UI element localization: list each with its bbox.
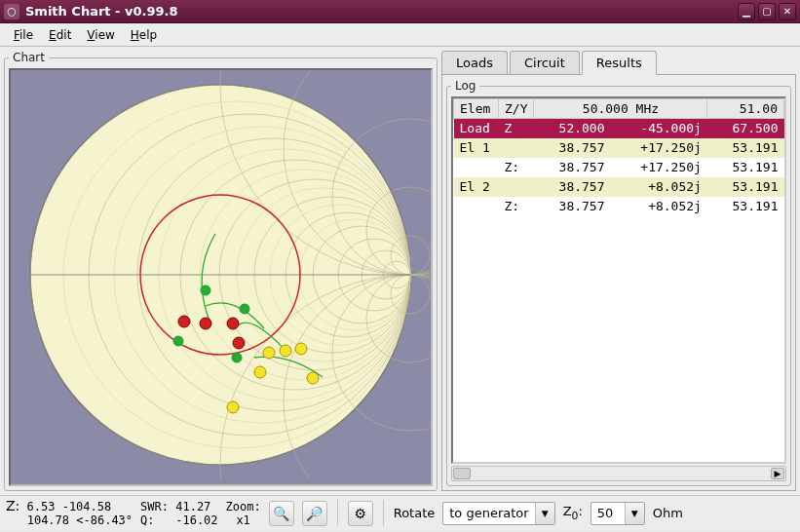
cell-im: +17.250j: [611, 158, 707, 177]
smith-chart[interactable]: [9, 68, 433, 486]
log-col-z0[interactable]: 51.00: [707, 99, 784, 119]
svg-point-34: [227, 318, 239, 329]
svg-point-38: [173, 336, 183, 346]
svg-point-35: [233, 337, 245, 349]
cell-elem: El 2: [454, 177, 499, 197]
rotate-combo[interactable]: to generator ▼: [442, 502, 554, 525]
cell-re: 52.000: [534, 119, 611, 138]
swr-value: 41.27: [175, 500, 210, 513]
svg-point-45: [227, 401, 239, 413]
titlebar: ○ Smith Chart - v0.99.8 ▁ ▢ ✕: [0, 0, 800, 23]
q-value: -16.02: [175, 513, 217, 527]
log-table-wrap[interactable]: Elem Z/Y 50.000 MHz 51.00 LoadZ52.000-45…: [451, 96, 786, 464]
cell-re: 38.757: [534, 158, 611, 177]
bottombar: Z: 6.53 -104.58 104.78 <-86.43° SWR: 41.…: [0, 495, 800, 530]
svg-point-36: [201, 285, 210, 295]
scrollbar-thumb[interactable]: [453, 468, 471, 479]
svg-point-39: [232, 353, 242, 362]
cell-zy: [499, 138, 534, 158]
cell-zy: Z: [499, 119, 534, 138]
cell-elem: [454, 197, 499, 216]
status-zoom: Zoom: x1: [226, 500, 261, 527]
cell-im: +8.052j: [611, 197, 707, 216]
status-z: Z: 6.53 -104.58 104.78 <-86.43°: [6, 499, 133, 527]
zoom-in-button[interactable]: 🔎: [302, 501, 327, 526]
menu-view[interactable]: View: [79, 26, 122, 44]
window-title: Smith Chart - v0.99.8: [25, 4, 735, 19]
svg-point-33: [200, 318, 211, 329]
svg-point-41: [280, 345, 291, 357]
gear-icon: ⚙: [354, 506, 366, 521]
chevron-down-icon[interactable]: ▼: [535, 503, 554, 524]
zoom-value: x1: [236, 513, 249, 527]
menu-edit[interactable]: Edit: [41, 26, 79, 44]
scrollbar-arrow-right[interactable]: ▶: [771, 468, 784, 479]
rotate-label: Rotate: [394, 506, 436, 520]
status-z-line2: 104.78 <-86.43°: [27, 513, 133, 527]
maximize-button[interactable]: ▢: [758, 3, 776, 20]
chevron-down-icon[interactable]: ▼: [625, 503, 644, 524]
svg-point-40: [263, 347, 275, 359]
svg-point-32: [178, 316, 190, 327]
log-row[interactable]: LoadZ52.000-45.000j67.500: [454, 119, 784, 138]
menu-file[interactable]: File: [6, 26, 41, 44]
cell-mag: 53.191: [707, 138, 784, 158]
tab-results[interactable]: Results: [582, 51, 657, 75]
zoom-label: Zoom:: [226, 500, 261, 513]
status-swr-q: SWR: 41.27 Q: -16.02: [140, 500, 218, 527]
svg-point-37: [240, 304, 249, 314]
cell-mag: 53.191: [707, 177, 784, 197]
z0-unit: Ohm: [653, 506, 683, 520]
cell-mag: 67.500: [707, 119, 784, 138]
z0-label: Z0:: [563, 504, 583, 522]
cell-re: 38.757: [534, 177, 611, 197]
menu-help[interactable]: Help: [123, 26, 165, 44]
log-horizontal-scrollbar[interactable]: ▶: [451, 466, 786, 481]
tab-loads[interactable]: Loads: [441, 51, 508, 75]
swr-label: SWR:: [140, 500, 169, 513]
cell-re: 38.757: [534, 197, 611, 216]
minimize-button[interactable]: ▁: [738, 3, 755, 20]
svg-point-43: [254, 366, 266, 378]
cell-im: -45.000j: [611, 119, 707, 138]
svg-point-42: [295, 343, 307, 355]
log-row[interactable]: Z:38.757+8.052j53.191: [454, 197, 784, 216]
close-button[interactable]: ✕: [779, 3, 796, 20]
log-panel: Log Elem Z/Y 50.000 MHz 51.00 LoadZ52.00…: [446, 79, 791, 486]
cell-im: +8.052j: [611, 177, 707, 197]
cell-elem: El 1: [454, 138, 499, 158]
svg-point-44: [307, 372, 319, 384]
chart-legend: Chart: [9, 51, 49, 64]
zoom-out-button[interactable]: 🔍: [269, 501, 294, 526]
right-pane: Loads Circuit Results Log Elem Z/Y 50.00…: [441, 51, 796, 491]
log-row[interactable]: El 138.757+17.250j53.191: [454, 138, 784, 158]
z0-combo-text: 50: [591, 506, 625, 520]
z0-combo[interactable]: 50 ▼: [590, 502, 645, 525]
rotate-combo-text: to generator: [443, 506, 534, 520]
tab-circuit[interactable]: Circuit: [510, 51, 580, 75]
log-col-freq[interactable]: 50.000 MHz: [534, 99, 707, 119]
log-row[interactable]: Z:38.757+17.250j53.191: [454, 158, 784, 177]
settings-button[interactable]: ⚙: [348, 501, 373, 526]
content-area: Chart: [0, 47, 800, 495]
tabs: Loads Circuit Results: [441, 51, 796, 75]
cell-mag: 53.191: [707, 158, 784, 177]
zoom-in-icon: 🔎: [306, 506, 323, 521]
tab-body-results: Log Elem Z/Y 50.000 MHz 51.00 LoadZ52.00…: [441, 74, 796, 491]
cell-re: 38.757: [534, 138, 611, 158]
status-z-line1: 6.53 -104.58: [27, 500, 112, 513]
log-table: Elem Z/Y 50.000 MHz 51.00 LoadZ52.000-45…: [453, 98, 784, 216]
left-pane: Chart: [4, 51, 438, 491]
cell-im: +17.250j: [611, 138, 707, 158]
separator: [337, 500, 338, 526]
cell-elem: Load: [454, 119, 499, 138]
q-label: Q:: [140, 513, 154, 527]
cell-zy: [499, 177, 534, 197]
log-col-zy[interactable]: Z/Y: [499, 99, 534, 119]
separator: [383, 500, 384, 526]
log-legend: Log: [451, 79, 479, 93]
log-row[interactable]: El 238.757+8.052j53.191: [454, 177, 784, 197]
log-col-elem[interactable]: Elem: [454, 99, 499, 119]
zoom-out-icon: 🔍: [273, 506, 289, 521]
system-menu-icon[interactable]: ○: [4, 4, 19, 19]
